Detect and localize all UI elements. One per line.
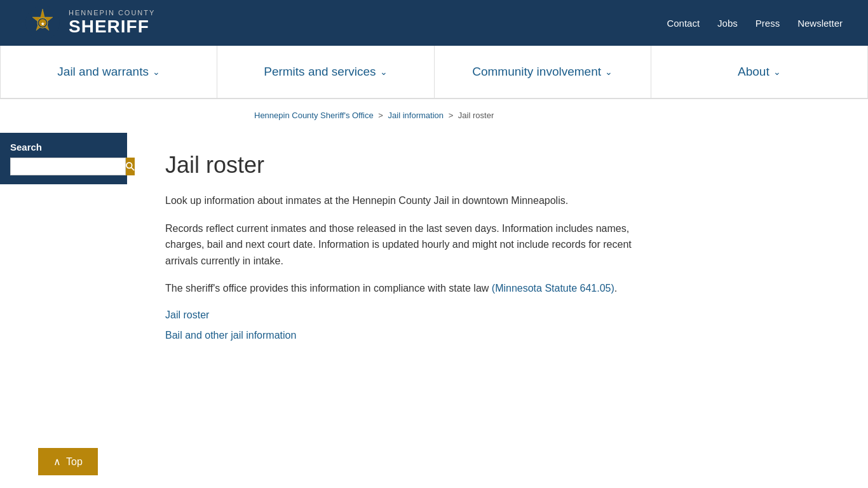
breadcrumb-separator-2: >	[449, 111, 456, 120]
statute-link[interactable]: (Minnesota Statute 641.05)	[492, 283, 614, 294]
content-links: Jail roster Bail and other jail informat…	[165, 309, 648, 341]
chevron-down-icon: ⌄	[773, 67, 781, 77]
nav-link-jail[interactable]: Jail and warrants ⌄	[57, 65, 160, 79]
contact-link[interactable]: Contact	[667, 18, 700, 29]
sidebar: Search	[0, 133, 127, 376]
nav-item-community[interactable]: Community involvement ⌄	[435, 46, 651, 98]
breadcrumb: Hennepin County Sheriff's Office > Jail …	[254, 111, 843, 120]
content-wrapper: Search Jail roster Look up information a…	[0, 120, 868, 376]
search-label: Search	[10, 142, 117, 152]
sheriff-badge-icon: ★	[25, 6, 60, 40]
statute-prefix: The sheriff's office provides this infor…	[165, 283, 492, 294]
main-content: Jail roster Look up information about in…	[127, 133, 699, 376]
breadcrumb-separator: >	[378, 111, 385, 120]
nav-link-about[interactable]: About ⌄	[738, 65, 781, 79]
chevron-down-icon: ⌄	[605, 67, 613, 77]
breadcrumb-jail-info-link[interactable]: Jail information	[388, 111, 444, 120]
nav-item-permits[interactable]: Permits and services ⌄	[217, 46, 434, 98]
logo-text: HENNEPIN COUNTY SHERIFF	[69, 9, 155, 37]
main-nav: Jail and warrants ⌄ Permits and services…	[0, 46, 868, 99]
search-box: Search	[0, 133, 127, 184]
breadcrumb-area: Hennepin County Sheriff's Office > Jail …	[0, 99, 868, 120]
jail-roster-link[interactable]: Jail roster	[165, 309, 648, 321]
nav-link-community[interactable]: Community involvement ⌄	[472, 65, 613, 79]
nav-item-jail[interactable]: Jail and warrants ⌄	[0, 46, 217, 98]
page-title: Jail roster	[165, 152, 648, 179]
county-label: HENNEPIN COUNTY	[69, 9, 155, 17]
nav-link-permits[interactable]: Permits and services ⌄	[264, 65, 387, 79]
newsletter-link[interactable]: Newsletter	[797, 18, 843, 29]
top-header: ★ HENNEPIN COUNTY SHERIFF Contact Jobs P…	[0, 0, 868, 46]
search-form	[10, 158, 117, 175]
breadcrumb-current: Jail roster	[458, 111, 494, 120]
chevron-down-icon: ⌄	[153, 67, 160, 77]
statute-paragraph: The sheriff's office provides this infor…	[165, 280, 648, 297]
press-link[interactable]: Press	[756, 18, 780, 29]
top-nav: Contact Jobs Press Newsletter	[667, 18, 843, 29]
sheriff-label: SHERIFF	[69, 17, 155, 37]
intro-paragraph: Look up information about inmates at the…	[165, 193, 648, 209]
svg-text:★: ★	[41, 22, 45, 26]
statute-suffix: .	[614, 283, 617, 294]
search-input[interactable]	[10, 158, 126, 175]
logo-area: ★ HENNEPIN COUNTY SHERIFF	[25, 6, 155, 40]
nav-item-about[interactable]: About ⌄	[651, 46, 868, 98]
chevron-down-icon: ⌄	[380, 67, 388, 77]
records-paragraph: Records reflect current inmates and thos…	[165, 220, 648, 269]
breadcrumb-home-link[interactable]: Hennepin County Sheriff's Office	[254, 111, 374, 120]
bail-info-link[interactable]: Bail and other jail information	[165, 330, 648, 341]
jobs-link[interactable]: Jobs	[717, 18, 738, 29]
